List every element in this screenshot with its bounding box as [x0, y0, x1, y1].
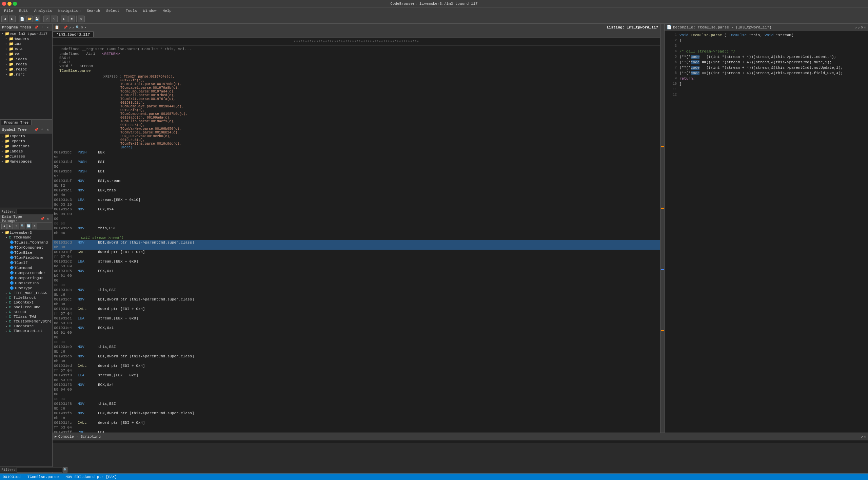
instr-call-edi-4[interactable]: 001931fc ff 53 04 CALL dword ptr [EDI + … [53, 420, 660, 430]
st-icon2[interactable]: + [40, 127, 44, 132]
dtm-btn3[interactable]: + [14, 224, 19, 229]
dtm-tcustommemorystream[interactable]: ▸ C TCustomMemoryStream [0, 319, 52, 324]
tree-item-rsrc[interactable]: ▸ 📁 .rsrc [0, 72, 52, 77]
console-ctrl1[interactable]: ↗ [861, 435, 863, 439]
lt-icon4[interactable]: 🔍 [76, 25, 80, 29]
lt-icon1[interactable]: 📌 [63, 25, 67, 29]
menu-window[interactable]: Window [140, 8, 159, 13]
instr-mov-edi-dword-3[interactable]: 001931eb 8b 38 MOV EDI,dword ptr [this->… [53, 354, 660, 363]
instr-mov-esi-stream[interactable]: 001931bf 8b f2 MOV ESI,stream [53, 179, 660, 188]
dtm-struct[interactable]: ▸ C struct [0, 310, 52, 314]
toolbar-back[interactable]: ◀ [1, 16, 8, 22]
instr-lea-stream[interactable]: 001931c3 8d 53 10 LEA stream,[EBX + 0x10… [53, 197, 660, 207]
toolbar-save[interactable]: 💾 [34, 16, 40, 22]
instr-mov-ebx-dword-4[interactable]: 001931fa 8b 18 MOV EBX,dword ptr [this->… [53, 411, 660, 420]
tree-item-idata[interactable]: ▸ 📁 .idata [0, 57, 52, 62]
dtm-tcompstring32[interactable]: 🔷 TCompString32 [0, 275, 52, 280]
tab-program-tree[interactable]: Program Tree [1, 120, 32, 125]
tree-root[interactable]: ▾ 📁 exe_lm3_tpword117 [0, 31, 52, 36]
tree-item-headers[interactable]: ▸ 📁 Headers [0, 36, 52, 41]
instr-mov-this-esi-2[interactable]: 001931da 8b c6 MOV this,ESI [53, 288, 660, 297]
menu-edit[interactable]: Edit [16, 8, 31, 13]
instr-mov-ecx-1b[interactable]: 001931e4 b9 01 00 00 MOV ECX,0x1 [53, 326, 660, 340]
toolbar-open[interactable]: 📂 [26, 16, 33, 22]
instr-mov-edi-dword-1[interactable]: 001931cd 8b 38 MOV EDI,dword ptr [this->… [53, 240, 660, 250]
minimize-button[interactable] [7, 2, 12, 6]
tree-item-rdata[interactable]: ▸ 📁 .rdata [0, 62, 52, 67]
dtm-btn2[interactable]: ▶ [7, 224, 13, 229]
st-item-exports[interactable]: ▸ 📁 Exports [0, 139, 52, 144]
dc-icon1[interactable]: ↗ [855, 25, 857, 29]
instr-call-edi-2[interactable]: 001931de ff 57 04 CALL dword ptr [EDI + … [53, 307, 660, 316]
instr-mov-this-esi-3[interactable]: 001931e9 8b c6 MOV this,ESI [53, 345, 660, 354]
instr-pop-edi[interactable]: 001931ff 5f POP EDI [53, 430, 660, 433]
instr-lea-stream-8[interactable]: 001931e1 8d 53 08 LEA stream,[EBX + 0x8] [53, 316, 660, 326]
menu-help[interactable]: Help [160, 8, 174, 13]
instr-call-edi-1[interactable]: 001931cf ff 57 04 CALL dword ptr [EDI + … [53, 250, 660, 259]
dtm-tcomtextins[interactable]: 🔷 TComTextIns [0, 280, 52, 286]
instr-mov-ecx-4[interactable]: 001931c6 b9 04 00 00 MOV ECX,0x4 [53, 207, 660, 221]
dtm-tcomelse[interactable]: 🔷 TComElse [0, 250, 52, 255]
dtm-tcomcomponent[interactable]: 🔷 TComComponent [0, 245, 52, 250]
menu-file[interactable]: File [1, 8, 16, 13]
dtm-tcomfieldname[interactable]: 🔷 TComFieldName [0, 255, 52, 260]
dtm-tdecoratelist[interactable]: ▸ C TDecorateList [0, 329, 52, 333]
instr-push-edi[interactable]: 001931be 57 PUSH EDI [53, 169, 660, 179]
lt-icon2[interactable]: ↗ [69, 25, 71, 29]
pt-icon3[interactable]: ✕ [45, 25, 50, 30]
menu-tools[interactable]: Tools [123, 8, 140, 13]
toolbar-undo[interactable]: ↩ [43, 16, 50, 22]
dtm-tcommand[interactable]: ▾ C TCommand [0, 235, 52, 240]
console-ctrl2[interactable]: ✕ [864, 435, 866, 439]
tree-item-reloc[interactable]: ▸ 📁 .reloc [0, 67, 52, 72]
toolbar-new[interactable]: 📄 [19, 16, 25, 22]
lt-icon5[interactable]: ⚙ [81, 25, 83, 29]
pt-icon1[interactable]: 📌 [34, 25, 39, 30]
instr-mov-ecx-1a[interactable]: 001931d5 b9 01 00 00 MOV ECX,0x1 [53, 269, 660, 283]
toolbar-forward[interactable]: ▶ [9, 16, 16, 22]
instr-push-ebx[interactable]: 001931bc 53 PUSH EBX [53, 150, 660, 160]
menu-analysis[interactable]: Analysis [32, 8, 55, 13]
console-content[interactable] [53, 440, 868, 443]
instr-mov-ebx-this[interactable]: 001931c1 8b d8 MOV EBX,this [53, 188, 660, 197]
dtm-btn6[interactable]: ⚙ [32, 224, 37, 229]
dtm-iocontext[interactable]: ▸ C ioContext [0, 300, 52, 305]
instr-push-esi[interactable]: 001931bd 56 PUSH ESI [53, 160, 660, 169]
dtm-tclass-tcommand[interactable]: 🔷 TClass_TCommand [0, 240, 52, 245]
menu-select[interactable]: Select [103, 8, 122, 13]
dtm-btn5[interactable]: 🔄 [26, 224, 31, 229]
instr-lea-stream-9[interactable]: 001931d2 8d 53 09 LEA stream,[EBX + 0x9] [53, 259, 660, 269]
dtm-btn1[interactable]: ◀ [1, 224, 7, 229]
tree-item-code[interactable]: ▸ 📁 CODE [0, 41, 52, 46]
dtm-tcommand2[interactable]: 🔷 TCommand [0, 265, 52, 270]
dc-icon2[interactable]: ↙ [858, 25, 860, 29]
instr-mov-this-esi[interactable]: 001931cb 8b c6 MOV this,ESI [53, 226, 660, 235]
st-item-classes[interactable]: ▸ 📁 Classes [0, 154, 52, 159]
st-item-functions[interactable]: ▸ 📁 Functions [0, 144, 52, 149]
dtm-tcomif[interactable]: 🔷 TComIf [0, 260, 52, 265]
instr-call-edi-3[interactable]: 001931ed ff 57 04 CALL dword ptr [EDI + … [53, 363, 660, 373]
instr-mov-ecx-4b[interactable]: 001931f3 b9 04 00 00 MOV ECX,0x4 [53, 382, 660, 397]
code-listing-area[interactable]: ****************************************… [53, 38, 660, 433]
instr-mov-this-esi-4[interactable]: 001931f8 8b c6 MOV this,ESI [53, 401, 660, 411]
dtm-btn4[interactable]: 🔍 [20, 224, 25, 229]
dtm-file-mode-flags[interactable]: ▸ C FILE_MODE_FLAGS [0, 291, 52, 295]
close-button[interactable] [2, 2, 6, 6]
dtm-filestruct[interactable]: ▸ C fileStruct [0, 295, 52, 300]
dc-icon3[interactable]: ⚙ [861, 25, 863, 29]
dtm-tdecorate[interactable]: ▸ C TDecorate [0, 324, 52, 329]
st-icon3[interactable]: ✕ [45, 127, 50, 132]
dc-icon4[interactable]: ✕ [864, 25, 866, 29]
toolbar-run[interactable]: ▶ [61, 16, 67, 22]
st-icon1[interactable]: 📌 [34, 127, 39, 132]
toolbar-redo[interactable]: ↪ [51, 16, 58, 22]
dtm-tcomtype[interactable]: 🔷 TComType [0, 286, 52, 291]
pt-icon2[interactable]: + [40, 25, 44, 30]
maximize-button[interactable] [13, 2, 17, 6]
tree-item-data[interactable]: ▸ 📁 DATA [0, 46, 52, 51]
instr-lea-stream-c[interactable]: 001931f0 8d 53 0c LEA stream,[EBX + 0xc] [53, 373, 660, 382]
dtm-icon1[interactable]: 📌 [40, 216, 45, 221]
dtm-tclass-twd[interactable]: ▸ C TClass_TWd [0, 314, 52, 319]
lt-icon6[interactable]: ✕ [84, 25, 86, 29]
st-item-imports[interactable]: ▸ 📁 Imports [0, 133, 52, 139]
